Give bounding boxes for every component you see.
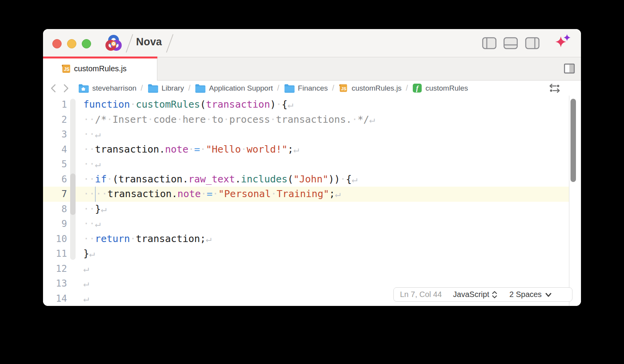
code-token: · [148, 114, 153, 125]
code-token: ·· [83, 218, 95, 229]
split-editor-icon[interactable] [564, 64, 575, 74]
code-token: · [107, 114, 112, 125]
code-token: "Hello [206, 144, 241, 155]
code-line-7[interactable]: ····transaction.note·=·"Personal·Trainin… [83, 187, 341, 202]
line-number-9: 9 [43, 216, 67, 232]
code-token: ↵ [83, 293, 89, 304]
code-line-12[interactable]: ↵ [83, 261, 89, 276]
code-token: { [346, 173, 352, 185]
code-token: Insert [112, 114, 147, 125]
code-token: ↵ [95, 129, 101, 140]
breadcrumb-item-library[interactable]: Library [147, 84, 184, 93]
toggle-left-sidebar-button[interactable] [482, 37, 496, 49]
code-token: · [188, 144, 194, 155]
code-token: · [270, 114, 276, 125]
code-token: world!" [247, 144, 288, 155]
breadcrumb-item-label: customRules [426, 84, 468, 93]
code-token: } [95, 203, 101, 215]
code-token: · [276, 99, 282, 110]
code-token: transaction; [136, 233, 206, 244]
code-token: { [282, 99, 288, 110]
code-line-11[interactable]: }↵ [83, 246, 95, 261]
code-token: process [229, 114, 270, 125]
code-token: includes [241, 173, 287, 185]
code-token: note [165, 144, 188, 155]
code-token: ·· [83, 233, 95, 244]
line-number-8: 8 [43, 202, 67, 217]
code-line-8[interactable]: ··}↵ [83, 202, 107, 217]
breadcrumb-item-customrules[interactable]: fcustomRules [412, 83, 468, 93]
line-number-12: 12 [43, 261, 67, 276]
line-number-11: 11 [43, 246, 67, 261]
code-token: ↵ [335, 188, 341, 199]
code-line-10[interactable]: ··return·transaction;↵ [83, 232, 212, 247]
code-token: · [107, 173, 112, 185]
code-token: transaction. [95, 144, 165, 155]
title-separator-slash [126, 34, 133, 53]
title-separator-slash [166, 34, 174, 53]
code-token: ( [288, 173, 293, 185]
code-token: if [95, 173, 107, 185]
code-line-2[interactable]: ··/*·Insert·code·here·to·process·transac… [83, 112, 375, 127]
line-number-7: 7 [43, 187, 67, 202]
line-number-1: 1 [43, 97, 67, 112]
breadcrumb-item-finances[interactable]: Finances [284, 84, 328, 93]
indent-selector[interactable]: 2 Spaces [509, 290, 552, 299]
vertical-scrollbar[interactable] [571, 99, 576, 182]
code-line-4[interactable]: ··transaction.note·=·"Hello·world!";↵ [83, 142, 299, 157]
code-token: = [194, 144, 200, 155]
breadcrumb-item-steveharrison[interactable]: steveharrison [78, 84, 136, 93]
breadcrumb-item-customrules-js[interactable]: JScustomRules.js [338, 83, 402, 93]
fold-ribbon-if-block[interactable] [70, 173, 76, 215]
tab-customrules[interactable]: JS customRules.js [43, 57, 157, 81]
js-file-icon: JS [338, 83, 348, 93]
code-token: transactions. [276, 114, 352, 125]
svg-text:JS: JS [64, 67, 70, 72]
toggle-bottom-panel-button[interactable] [503, 37, 518, 49]
function-icon: f [412, 83, 422, 93]
close-button[interactable] [52, 39, 62, 48]
code-token: ·· [96, 188, 107, 199]
code-editor[interactable]: 1function·customRules(transaction)·{↵2··… [43, 96, 581, 306]
line-number-2: 2 [43, 112, 67, 127]
nova-app-icon [105, 34, 122, 52]
zoom-button[interactable] [82, 39, 91, 48]
line-number-5: 5 [43, 157, 67, 172]
tab-bar: JS customRules.js [43, 57, 581, 81]
minimize-button[interactable] [67, 39, 76, 48]
back-button[interactable] [49, 83, 59, 93]
code-token: · [177, 114, 183, 125]
breadcrumb-separator: / [188, 84, 191, 93]
code-line-13[interactable]: ↵ [83, 276, 89, 291]
jump-to-related-icon[interactable] [548, 83, 562, 94]
breadcrumb-item-application-support[interactable]: Application Support [195, 84, 273, 93]
code-token: ·· [83, 158, 95, 170]
code-token: · [241, 144, 246, 155]
code-line-3[interactable]: ··↵ [83, 127, 101, 142]
code-line-9[interactable]: ··↵ [83, 216, 101, 232]
code-token: return [95, 233, 130, 244]
code-token: ↵ [288, 99, 293, 110]
code-token: ·· [83, 203, 95, 215]
folder-icon [284, 84, 295, 93]
code-token: (transaction. [112, 173, 188, 185]
line-number-6: 6 [43, 172, 67, 187]
code-line-6[interactable]: ··if·(transaction.raw_text.includes("Joh… [83, 172, 358, 187]
language-selector[interactable]: JavaScript [453, 290, 497, 299]
code-token: ↵ [95, 218, 101, 229]
sparkle-ai-button[interactable] [553, 33, 573, 53]
line-number-4: 4 [43, 142, 67, 157]
code-token: ↵ [83, 263, 89, 274]
code-token: · [223, 114, 229, 125]
forward-button[interactable] [62, 83, 71, 93]
code-token: · [212, 188, 218, 199]
code-token: customRules [136, 99, 200, 110]
indent-label: 2 Spaces [509, 290, 541, 299]
code-line-5[interactable]: ··↵ [83, 157, 101, 172]
code-line-14[interactable]: ↵ [83, 291, 89, 306]
code-line-1[interactable]: function·customRules(transaction)·{↵ [83, 97, 293, 112]
toggle-right-sidebar-button[interactable] [525, 37, 540, 49]
nova-window: Nova [43, 29, 581, 306]
updown-chevron-icon [492, 290, 497, 299]
cursor-position[interactable]: Ln 7, Col 44 [400, 290, 442, 299]
